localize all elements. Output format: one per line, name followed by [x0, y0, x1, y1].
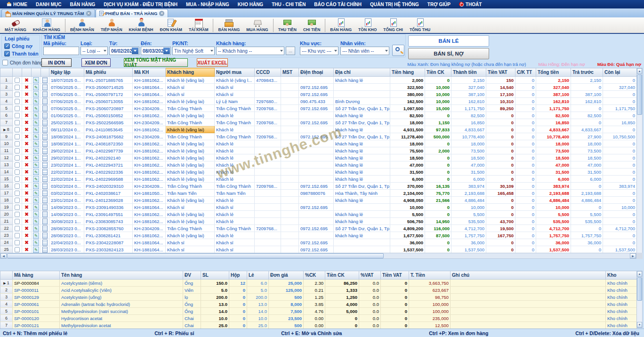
xuat-excel-button[interactable]: XUẤT EXCEL	[197, 58, 228, 67]
invoice-row[interactable]: 24✖✎22/04/2023 0...PXS-23042228087KH-188…	[0, 239, 637, 246]
invoice-row[interactable]: 16✖✎03/02/2024 0...PXS-24020329310KH-230…	[0, 183, 637, 190]
delete-row-icon[interactable]: ✖	[24, 247, 29, 253]
row-checkbox[interactable]	[15, 78, 20, 83]
invoice-row[interactable]: 3✖✎07/06/2025 0...PXL-25060797172KH-1881…	[0, 91, 637, 98]
invoice-row[interactable]: 25✖✎28/03/2023 0...PXS-23032824123KH-188…	[0, 246, 637, 253]
view-row-icon[interactable]	[42, 141, 48, 147]
row-checkbox[interactable]	[15, 155, 20, 160]
close-tab-icon[interactable]: ✕	[86, 11, 91, 16]
invoice-row[interactable]: 7✖✎25/02/2025 1...PXS-25022566595KH-2304…	[0, 119, 637, 126]
scrollbar-thumb[interactable]	[637, 74, 642, 115]
column-header-khach_hang[interactable]: Khách hàng	[166, 68, 215, 77]
ban-si-no-button[interactable]: BÁN SỈ, NỢ	[408, 48, 489, 59]
column-header-tong_tien[interactable]: Tổng tiền	[536, 68, 571, 77]
edit-row-icon[interactable]: ✎	[33, 211, 39, 217]
edit-row-icon[interactable]: ✎	[33, 91, 39, 97]
column-header-ghi_chu[interactable]: Ghi chú	[451, 271, 606, 280]
row-checkbox[interactable]	[15, 198, 20, 203]
invoice-row[interactable]: 12✖✎29/02/2024 1...PXL-2402292140KH-1881…	[0, 154, 637, 161]
menu-kho-hang[interactable]: KHO HÀNG	[233, 2, 267, 7]
edit-row-icon[interactable]: ✎	[33, 77, 39, 83]
delete-row-icon[interactable]: ✖	[24, 183, 29, 189]
edit-row-icon[interactable]: ✎	[33, 176, 39, 182]
row-checkbox[interactable]	[15, 205, 20, 210]
delete-row-icon[interactable]: ✖	[24, 77, 29, 83]
column-header-tra_truoc[interactable]: Trả trước	[571, 68, 603, 77]
view-row-icon[interactable]	[42, 183, 48, 189]
view-row-icon[interactable]	[42, 84, 48, 90]
cong-no-checkbox-icon[interactable]	[4, 43, 10, 49]
edit-row-icon[interactable]: ✎	[33, 225, 39, 232]
invoice-row[interactable]: 19✖✎14/09/2023 0...PXS-23091490336KH-188…	[0, 204, 637, 211]
khach-hang-more-button[interactable]: ...	[286, 47, 295, 55]
invoice-vertical-scrollbar[interactable]: ▲ ▼	[636, 68, 643, 259]
invoice-row[interactable]: 15✖✎22/02/2024 1...PXL-24022969588KH-188…	[0, 176, 637, 183]
row-checkbox[interactable]	[15, 127, 20, 132]
column-header-ten_hang[interactable]: Tên hàng	[60, 271, 183, 280]
toolbar-chi-tien[interactable]: CHI TIỀN	[300, 17, 323, 33]
edit-row-icon[interactable]: ✎	[33, 155, 39, 161]
column-header-tien_ck[interactable]: Tiền CK	[325, 271, 359, 280]
menu-danh-muc[interactable]: DANH MỤC	[32, 2, 65, 7]
scroll-down-icon[interactable]: ▼	[637, 322, 642, 328]
product-row[interactable]: 4SP-0000061Adrenalin (tartrat hoặc hydro…	[0, 301, 637, 308]
detail-vertical-scrollbar[interactable]: ▲ ▼	[636, 271, 643, 328]
edit-row-icon[interactable]: ✎	[33, 141, 39, 147]
tab-man-hinh-quan-ly[interactable]: MÀN HÌNH QUẢN LÝ TRUNG TÂM ✕	[1, 9, 95, 17]
calendar-dropdown-icon[interactable]	[163, 48, 170, 54]
column-header-dia_chi[interactable]: Địa chỉ	[334, 68, 390, 77]
search-button[interactable]	[392, 45, 404, 56]
khu-vuc-dropdown[interactable]: --- Khu vực ---	[300, 47, 338, 55]
invoice-row[interactable]: 23✖✎28/08/2023 0...PXL-2308281421KH-1881…	[0, 232, 637, 239]
column-header-dv[interactable]: ĐV	[183, 271, 201, 280]
product-row[interactable]: 7SP-0000121Methylprednisolon acetatChai2…	[0, 322, 637, 329]
delete-row-icon[interactable]: ✖	[24, 218, 29, 225]
invoice-row[interactable]: 9✖✎18/08/2024 1...PXS-24081875682KH-2304…	[0, 133, 637, 140]
view-row-icon[interactable]	[42, 91, 48, 97]
invoice-row[interactable]: 1✖✎18/07/2025 0...PXL-25071885765KH-1881…	[0, 77, 637, 84]
scrollbar-thumb[interactable]	[7, 253, 384, 258]
chon-don-hang-checkbox[interactable]: Chọn đơn hàng	[2, 60, 42, 65]
toolbar-benh-nhan[interactable]: BỆNH NHÂN	[67, 17, 97, 33]
view-row-icon[interactable]	[42, 77, 48, 83]
thanh-toan-checkbox-icon[interactable]	[4, 51, 10, 56]
column-header-ma_hang[interactable]: Mã hàng	[13, 271, 60, 280]
toolbar-tiep-nhan[interactable]: TIẾP NHẬN	[97, 17, 126, 33]
column-header-thanh_tien[interactable]: Thành tiền	[451, 68, 486, 77]
column-header-pck[interactable]: %CK	[304, 271, 325, 280]
select-all-header[interactable]	[0, 271, 13, 280]
product-row[interactable]: ▶1SP-0000084Acetylcystein (tiêms)Ống150.…	[0, 280, 637, 287]
edit-row-icon[interactable]: ✎	[33, 204, 39, 210]
edit-row-icon[interactable]: ✎	[33, 247, 39, 253]
row-checkbox[interactable]	[15, 85, 20, 90]
pknt-dropdown[interactable]: Tín Nghệ Soft	[172, 47, 215, 55]
invoice-row[interactable]: 11✖✎29/02/2024 1...PXL-24022987739KH-188…	[0, 147, 637, 154]
delete-row-icon[interactable]: ✖	[24, 134, 29, 140]
invoice-row[interactable]: 6✖✎01/06/2025 0...PXL-25060150852KH-1881…	[0, 112, 637, 119]
row-checkbox[interactable]	[15, 92, 20, 97]
edit-row-icon[interactable]: ✎	[33, 105, 39, 112]
row-checkbox[interactable]	[15, 212, 20, 217]
delete-row-icon[interactable]: ✖	[24, 240, 29, 246]
edit-row-icon[interactable]: ✎	[33, 190, 39, 196]
view-row-icon[interactable]	[42, 127, 48, 133]
column-header-tien_vat[interactable]: Tiền VAT	[486, 68, 515, 77]
column-header-mst[interactable]: MST	[281, 68, 299, 77]
menu-mua-nhap-hang[interactable]: MUA - NHẬP HÀNG	[182, 2, 233, 7]
column-header-hop[interactable]: Hộp	[229, 271, 247, 280]
view-row-icon[interactable]	[42, 98, 48, 104]
column-header-sl[interactable]: SL	[201, 271, 229, 280]
invoice-horizontal-scrollbar[interactable]: ◀ ▶	[0, 253, 636, 259]
product-row[interactable]: 2SP-0000011Acid Acetylsalicylic (Viên)Vi…	[0, 287, 637, 294]
menu-quan-tri-he-thong[interactable]: QUẢN TRỊ HỆ THỐNG	[366, 2, 423, 7]
column-header-ma_kh[interactable]: Mã KH	[133, 68, 166, 77]
row-checkbox[interactable]	[15, 134, 20, 139]
view-row-icon[interactable]	[42, 211, 48, 217]
edit-row-icon[interactable]: ✎	[33, 127, 39, 133]
view-row-icon[interactable]	[42, 247, 48, 253]
delete-row-icon[interactable]: ✖	[24, 225, 29, 232]
column-header-tien_vat[interactable]: Tiền VAT	[381, 271, 409, 280]
toolbar-ton-kho[interactable]: TỒN KHO	[355, 17, 380, 33]
invoice-row[interactable]: 22✖✎28/08/2023 0...PXS-23082855760KH-230…	[0, 225, 637, 232]
view-row-icon[interactable]	[42, 148, 48, 154]
